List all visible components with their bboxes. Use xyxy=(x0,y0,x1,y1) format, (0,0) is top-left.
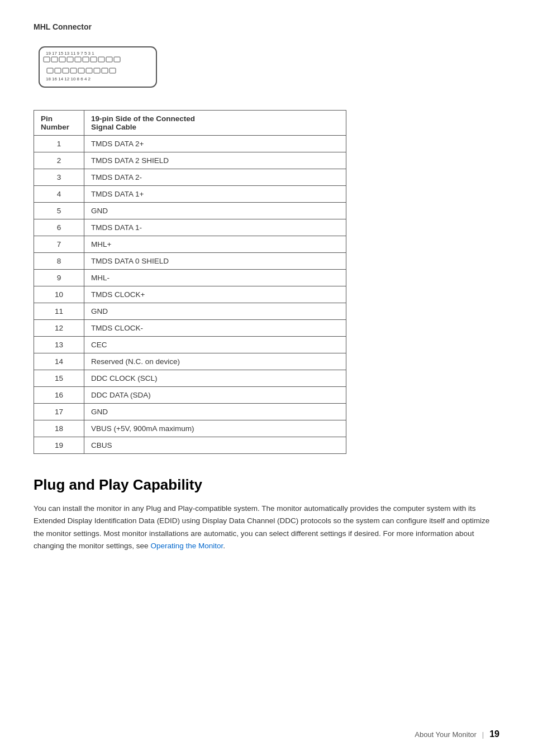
pin-number-cell: 3 xyxy=(34,169,84,186)
pin-number-cell: 16 xyxy=(34,387,84,404)
signal-name-cell: CBUS xyxy=(84,437,346,454)
pin-number-cell: 18 xyxy=(34,420,84,437)
table-row: 17GND xyxy=(34,404,346,420)
page-number: 19 xyxy=(489,729,499,739)
col-signal-name: 19-pin Side of the ConnectedSignal Cable xyxy=(84,111,346,136)
signal-name-cell: TMDS DATA 2 SHIELD xyxy=(84,152,346,169)
pin-number-cell: 14 xyxy=(34,353,84,370)
pin-number-cell: 2 xyxy=(34,152,84,169)
pin-number-cell: 7 xyxy=(34,236,84,253)
table-row: 9MHL- xyxy=(34,270,346,286)
svg-text:18 16 14 12 10  8   6   4   2: 18 16 14 12 10 8 6 4 2 xyxy=(46,76,91,82)
svg-rect-14 xyxy=(63,68,69,73)
signal-name-cell: TMDS DATA 2- xyxy=(84,169,346,186)
signal-name-cell: GND xyxy=(84,203,346,219)
section-heading: MHL Connector xyxy=(34,22,499,31)
svg-rect-8 xyxy=(91,57,97,62)
signal-name-cell: MHL+ xyxy=(84,236,346,253)
pin-number-cell: 15 xyxy=(34,370,84,387)
signal-name-cell: TMDS DATA 1+ xyxy=(84,186,346,203)
footer-separator: | xyxy=(482,730,484,739)
pin-number-cell: 12 xyxy=(34,320,84,337)
svg-rect-19 xyxy=(102,68,108,73)
svg-rect-17 xyxy=(86,68,92,73)
pin-table: PinNumber 19-pin Side of the ConnectedSi… xyxy=(34,110,346,454)
signal-name-cell: DDC CLOCK (SCL) xyxy=(84,370,346,387)
signal-name-cell: TMDS DATA 2+ xyxy=(84,136,346,152)
table-row: 1TMDS DATA 2+ xyxy=(34,136,346,152)
operating-monitor-link[interactable]: Operating the Monitor xyxy=(150,542,223,550)
signal-name-cell: Reserved (N.C. on device) xyxy=(84,353,346,370)
svg-rect-10 xyxy=(106,57,112,62)
signal-name-cell: DDC DATA (SDA) xyxy=(84,387,346,404)
svg-rect-3 xyxy=(51,57,58,62)
table-row: 7MHL+ xyxy=(34,236,346,253)
signal-name-cell: TMDS CLOCK+ xyxy=(84,286,346,303)
pin-number-cell: 10 xyxy=(34,286,84,303)
signal-name-cell: TMDS DATA 1- xyxy=(84,219,346,236)
svg-rect-9 xyxy=(98,57,104,62)
table-row: 3TMDS DATA 2- xyxy=(34,169,346,186)
pin-number-cell: 19 xyxy=(34,437,84,454)
table-row: 12TMDS CLOCK- xyxy=(34,320,346,337)
svg-rect-18 xyxy=(94,68,100,73)
svg-rect-2 xyxy=(44,57,50,62)
col-pin-number: PinNumber xyxy=(34,111,84,136)
pin-number-cell: 1 xyxy=(34,136,84,152)
svg-rect-16 xyxy=(78,68,84,73)
svg-rect-7 xyxy=(83,57,89,62)
signal-name-cell: GND xyxy=(84,303,346,320)
svg-rect-4 xyxy=(59,57,65,62)
svg-rect-11 xyxy=(114,57,120,62)
pin-number-cell: 5 xyxy=(34,203,84,219)
pin-number-cell: 8 xyxy=(34,253,84,270)
table-row: 10TMDS CLOCK+ xyxy=(34,286,346,303)
svg-text:19 17 15 13 11  9   7   5   3 : 19 17 15 13 11 9 7 5 3 1 xyxy=(46,51,94,56)
table-row: 5GND xyxy=(34,203,346,219)
signal-name-cell: MHL- xyxy=(84,270,346,286)
pin-number-cell: 6 xyxy=(34,219,84,236)
plug-and-play-body: You can install the monitor in any Plug … xyxy=(34,503,492,552)
svg-rect-12 xyxy=(47,68,53,73)
table-row: 6TMDS DATA 1- xyxy=(34,219,346,236)
pin-number-cell: 17 xyxy=(34,404,84,420)
signal-name-cell: CEC xyxy=(84,337,346,353)
pin-number-cell: 11 xyxy=(34,303,84,320)
table-row: 14Reserved (N.C. on device) xyxy=(34,353,346,370)
signal-name-cell: TMDS CLOCK- xyxy=(84,320,346,337)
table-row: 11GND xyxy=(34,303,346,320)
table-row: 2TMDS DATA 2 SHIELD xyxy=(34,152,346,169)
table-row: 16DDC DATA (SDA) xyxy=(34,387,346,404)
table-row: 15DDC CLOCK (SCL) xyxy=(34,370,346,387)
footer-label: About Your Monitor xyxy=(415,730,477,739)
signal-name-cell: VBUS (+5V, 900mA maximum) xyxy=(84,420,346,437)
svg-rect-13 xyxy=(55,68,61,73)
table-row: 19CBUS xyxy=(34,437,346,454)
connector-diagram: 19 17 15 13 11 9 7 5 3 1 xyxy=(34,42,499,94)
table-row: 4TMDS DATA 1+ xyxy=(34,186,346,203)
svg-rect-20 xyxy=(110,68,116,73)
svg-rect-6 xyxy=(75,57,81,62)
page-footer: About Your Monitor | 19 xyxy=(415,729,499,739)
table-row: 13CEC xyxy=(34,337,346,353)
signal-name-cell: TMDS DATA 0 SHIELD xyxy=(84,253,346,270)
plug-and-play-title: Plug and Play Capability xyxy=(34,476,499,494)
table-row: 18VBUS (+5V, 900mA maximum) xyxy=(34,420,346,437)
signal-name-cell: GND xyxy=(84,404,346,420)
pin-number-cell: 13 xyxy=(34,337,84,353)
svg-rect-5 xyxy=(67,57,73,62)
pin-number-cell: 4 xyxy=(34,186,84,203)
table-row: 8TMDS DATA 0 SHIELD xyxy=(34,253,346,270)
pin-number-cell: 9 xyxy=(34,270,84,286)
svg-rect-15 xyxy=(70,68,77,73)
